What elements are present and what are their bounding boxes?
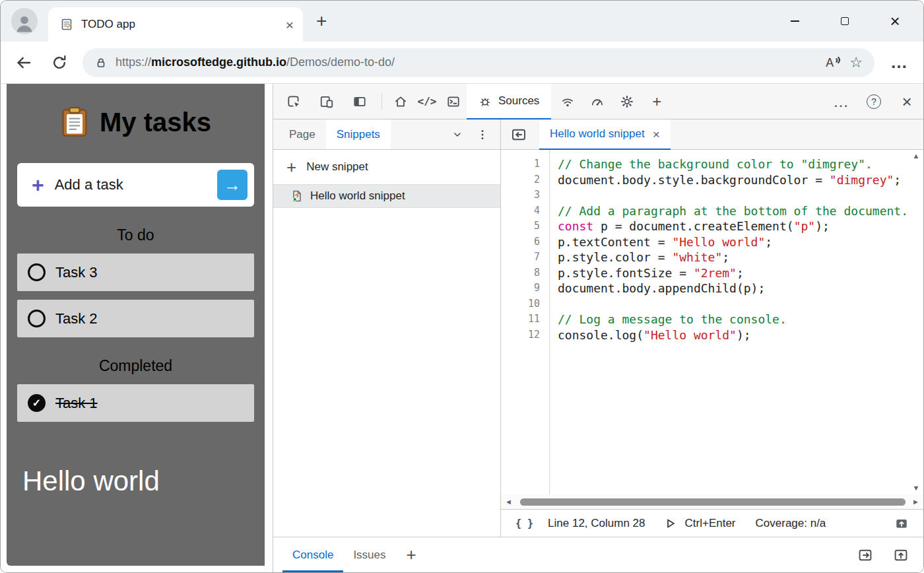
toggle-navigator-icon[interactable]	[508, 125, 530, 145]
code-line[interactable]	[558, 187, 923, 203]
site-lock-icon[interactable]	[94, 56, 108, 69]
task-label: Task 2	[55, 310, 98, 327]
line-number[interactable]: 1	[501, 156, 540, 172]
new-snippet-button[interactable]: + New snippet	[273, 150, 500, 184]
task-unchecked-icon[interactable]	[28, 263, 46, 281]
settings-gear-icon[interactable]	[610, 84, 644, 119]
line-number[interactable]: 3	[501, 187, 540, 203]
scroll-down-icon[interactable]: ▼	[913, 485, 920, 492]
network-panel-icon[interactable]	[551, 84, 584, 119]
editor-gutter[interactable]: 123456789101112	[501, 150, 550, 494]
page-title: My tasks	[100, 108, 211, 137]
content-area: My tasks + Add a task → To do Task 3Task…	[1, 84, 923, 572]
scroll-right-icon[interactable]: ►	[912, 498, 919, 506]
task-item[interactable]: Task 3	[17, 253, 254, 291]
vertical-scrollbar[interactable]: ▲ ▼	[910, 152, 922, 492]
drawer-dock-icon[interactable]	[857, 547, 873, 563]
read-aloud-icon[interactable]: A	[824, 55, 842, 71]
editor-tab-close-icon[interactable]: ×	[653, 128, 660, 141]
device-toolbar-icon[interactable]	[310, 84, 343, 119]
navigator-tab-page[interactable]: Page	[279, 119, 326, 149]
add-task-input[interactable]: Add a task	[55, 176, 207, 193]
minimize-icon	[791, 20, 799, 22]
editor-tab[interactable]: Hello world snippet ×	[539, 119, 671, 150]
tab-sources[interactable]: Sources	[467, 84, 551, 119]
drawer-expand-icon[interactable]	[893, 547, 909, 563]
code-line[interactable]: // Log a message to the console.	[558, 312, 923, 327]
sources-bug-icon	[478, 94, 492, 108]
url-domain: microsoftedge.github.io	[151, 55, 286, 69]
code-line[interactable]: document.body.appendChild(p);	[558, 281, 923, 296]
browser-window: TODO app × + × https://microsoftedge.git…	[0, 0, 924, 573]
devtools-resizer[interactable]	[265, 84, 273, 572]
performance-panel-icon[interactable]	[584, 84, 610, 119]
elements-panel-icon[interactable]: </>	[414, 84, 440, 119]
drawer-tab-console[interactable]: Console	[282, 537, 343, 572]
address-bar[interactable]: https://microsoftedge.github.io/Demos/de…	[82, 48, 874, 77]
more-tabs-chevron-icon[interactable]	[445, 128, 470, 141]
line-number[interactable]: 9	[501, 281, 540, 296]
line-number[interactable]: 7	[501, 250, 540, 265]
scroll-up-icon[interactable]: ▲	[913, 152, 920, 160]
task-checked-icon[interactable]: ✓	[28, 394, 46, 412]
code-line[interactable]: // Add a paragraph at the bottom of the …	[558, 203, 923, 219]
tab-close-icon[interactable]: ×	[286, 18, 294, 32]
url-text[interactable]: https://microsoftedge.github.io/Demos/de…	[116, 55, 395, 69]
code-line[interactable]: console.log("Hello world");	[558, 327, 923, 343]
line-number[interactable]: 6	[501, 234, 540, 250]
line-number[interactable]: 5	[501, 219, 540, 234]
browser-menu-icon[interactable]: …	[885, 52, 913, 73]
line-number[interactable]: 2	[501, 172, 540, 188]
person-icon	[13, 12, 36, 34]
drawer-tab-issues[interactable]: Issues	[343, 537, 395, 572]
refresh-button[interactable]	[47, 50, 72, 75]
horizontal-scrollbar[interactable]: ◄ ►	[501, 494, 923, 509]
navigator-kebab-menu-icon[interactable]	[470, 128, 495, 141]
task-item[interactable]: ✓Task 1	[17, 384, 254, 422]
help-icon[interactable]: ?	[857, 84, 890, 119]
code-line[interactable]: p.textContent = "Hello world";	[558, 234, 923, 250]
navigator-tab-snippets[interactable]: Snippets	[326, 119, 391, 149]
line-number[interactable]: 11	[501, 312, 540, 327]
browser-tab[interactable]: TODO app ×	[48, 7, 303, 42]
favorites-star-icon[interactable]: ☆	[849, 54, 863, 71]
line-number[interactable]: 12	[501, 327, 540, 343]
more-tools-plus-icon[interactable]: +	[644, 84, 670, 119]
code-line[interactable]: p.style.color = "white";	[558, 250, 923, 265]
code-line[interactable]: document.body.style.backgroundColor = "d…	[558, 172, 923, 188]
code-line[interactable]	[558, 296, 923, 312]
devtools-menu-icon[interactable]: …	[824, 84, 857, 119]
window-close-button[interactable]: ×	[885, 11, 905, 31]
back-button[interactable]	[11, 50, 36, 75]
code-line[interactable]: p.style.fontSize = "2rem";	[558, 265, 923, 281]
dock-side-icon[interactable]	[343, 84, 376, 119]
add-task-form[interactable]: + Add a task →	[17, 163, 254, 207]
console-panel-icon[interactable]	[440, 84, 467, 119]
welcome-home-icon[interactable]	[387, 84, 414, 119]
window-minimize-button[interactable]	[785, 11, 805, 31]
profile-avatar[interactable]	[11, 8, 38, 34]
pretty-print-icon[interactable]: { }	[515, 518, 533, 529]
code-line[interactable]: // Change the background color to "dimgr…	[558, 156, 923, 172]
editor-code[interactable]: // Change the background color to "dimgr…	[550, 150, 923, 494]
devtools-close-icon[interactable]: ×	[890, 84, 923, 119]
line-number[interactable]: 10	[501, 296, 540, 312]
scroll-left-icon[interactable]: ◄	[505, 498, 512, 506]
new-snippet-label: New snippet	[306, 160, 368, 174]
run-snippet-icon[interactable]	[664, 517, 677, 530]
task-item[interactable]: Task 2	[17, 300, 254, 337]
snippet-item[interactable]: Hello world snippet	[273, 184, 500, 208]
code-editor[interactable]: 123456789101112 // Change the background…	[501, 150, 923, 494]
new-tab-button[interactable]: +	[316, 12, 327, 30]
code-line[interactable]: const p = document.createElement("p");	[558, 219, 923, 234]
drawer-more-tabs-icon[interactable]: +	[396, 537, 427, 572]
horizontal-scrollbar-thumb[interactable]	[520, 498, 906, 506]
add-task-submit-button[interactable]: →	[217, 170, 248, 200]
window-maximize-button[interactable]	[835, 11, 855, 31]
line-number[interactable]: 8	[501, 265, 540, 281]
line-number[interactable]: 4	[501, 203, 540, 219]
save-source-icon[interactable]	[894, 516, 909, 531]
devtools-panel: </> Sources	[273, 84, 923, 572]
inspect-element-icon[interactable]	[277, 84, 310, 119]
task-unchecked-icon[interactable]	[28, 310, 46, 327]
